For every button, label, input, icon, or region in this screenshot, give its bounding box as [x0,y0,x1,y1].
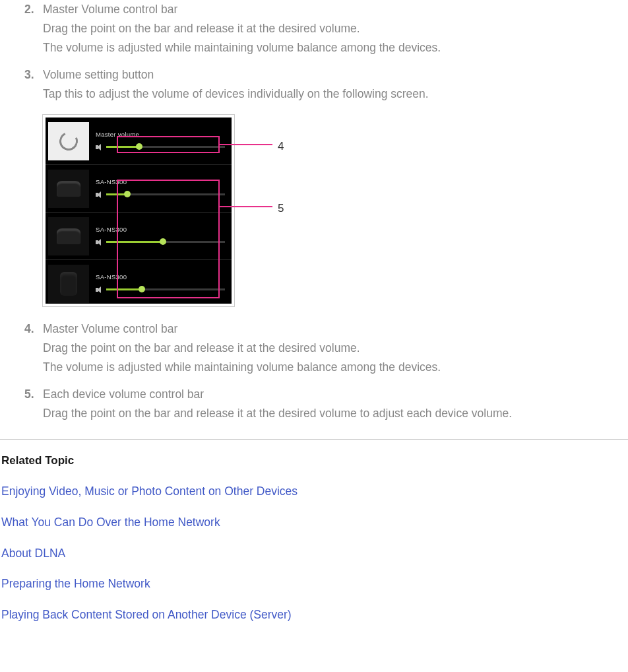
item-number: 4. [24,319,34,339]
diagram-row-device: SA-NS300 [46,213,232,260]
diagram-frame: Master volume SA-NS300 [43,115,234,306]
device-volume-slider[interactable] [96,284,225,296]
callout-line [220,144,272,145]
row-label: SA-NS300 [96,177,225,187]
related-link[interactable]: Enjoying Video, Music or Photo Content o… [1,485,298,498]
related-topic-heading: Related Topic [1,452,628,470]
item-number: 3. [24,65,34,84]
diagram-row-master: Master volume [46,118,232,165]
related-links: Enjoying Video, Music or Photo Content o… [1,482,628,624]
related-link[interactable]: Playing Back Content Stored on Another D… [1,608,292,621]
device-volume-slider[interactable] [96,189,225,201]
numbered-list: 2. Master Volume control bar Drag the po… [0,0,628,423]
callout-line [220,206,272,207]
speaker-icon [96,286,102,293]
device-thumbnail [48,265,89,303]
related-link[interactable]: About DLNA [1,547,65,560]
callout-number-4: 4 [278,137,284,156]
diagram-row-device: SA-NS300 [46,165,232,213]
related-link[interactable]: Preparing the Home Network [1,577,150,590]
item-title: Master Volume control bar [43,319,628,339]
list-item-2: 2. Master Volume control bar Drag the po… [43,0,628,57]
speaker-icon [96,239,102,246]
row-label: SA-NS300 [96,272,225,283]
speaker-icon [96,144,102,151]
list-item-5: 5. Each device volume control bar Drag t… [43,385,628,423]
row-label: Master volume [96,129,225,140]
item-body-line: Drag the point on the bar and release it… [43,339,628,358]
item-body-line: Drag the point on the bar and release it… [43,404,628,423]
item-body-line: Drag the point on the bar and release it… [43,19,628,38]
item-body-line: The volume is adjusted while maintaining… [43,358,628,377]
item-title: Master Volume control bar [43,0,628,19]
device-thumbnail [48,170,89,208]
list-item-3: 3. Volume setting button Tap this to adj… [43,65,628,307]
item-title: Each device volume control bar [43,385,628,404]
volume-diagram: Master volume SA-NS300 [43,115,628,306]
callout-number-5: 5 [278,199,284,218]
item-body-line: The volume is adjusted while maintaining… [43,38,628,57]
item-body-line: Tap this to adjust the volume of devices… [43,84,628,104]
master-volume-slider[interactable] [96,141,225,153]
item-title: Volume setting button [43,65,628,84]
divider [0,439,628,440]
related-link[interactable]: What You Can Do Over the Home Network [1,516,220,529]
diagram-row-device: SA-NS300 [46,260,232,306]
row-label: SA-NS300 [96,224,225,235]
device-volume-slider[interactable] [96,236,225,248]
list-item-4: 4. Master Volume control bar Drag the po… [43,319,628,377]
item-number: 5. [24,385,34,404]
speaker-icon [96,191,102,198]
music-icon [48,122,89,160]
item-number: 2. [24,0,34,19]
device-thumbnail [48,217,89,255]
